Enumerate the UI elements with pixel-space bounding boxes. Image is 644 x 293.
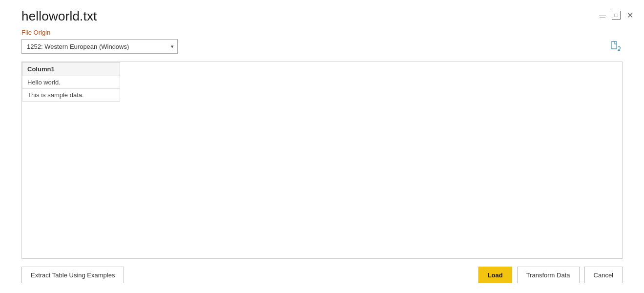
maximize-button[interactable]: □ (612, 11, 621, 20)
file-origin-dropdown[interactable]: 1252: Western European (Windows) 65001: … (21, 39, 178, 54)
footer-right: Load Transform Data Cancel (478, 267, 623, 283)
extract-table-label: Extract Table Using Examples (31, 272, 115, 279)
load-button[interactable]: Load (478, 267, 512, 283)
file-origin-label: File Origin (21, 29, 623, 36)
table-cell: Hello world. (22, 76, 120, 89)
close-icon: ✕ (627, 11, 633, 20)
table-header-row: Column1 (22, 63, 120, 76)
table-cell: This is sample data. (22, 89, 120, 102)
file-refresh-icon (610, 41, 622, 52)
dropdown-row: 1252: Western European (Windows) 65001: … (21, 39, 623, 54)
table-row: Hello world. (22, 76, 120, 89)
minimize-icon: — (599, 11, 606, 19)
transform-data-label: Transform Data (526, 272, 570, 279)
footer: Extract Table Using Examples Load Transf… (0, 267, 644, 293)
cancel-button[interactable]: Cancel (584, 267, 623, 283)
cancel-label: Cancel (594, 272, 613, 279)
column1-header: Column1 (22, 63, 120, 76)
maximize-icon: □ (614, 12, 618, 19)
main-window: helloworld.txt — □ ✕ File Origin 1252: W… (0, 0, 644, 293)
window-title: helloworld.txt (21, 9, 97, 24)
refresh-button[interactable] (609, 40, 623, 53)
content-area: File Origin 1252: Western European (Wind… (0, 29, 644, 267)
table-body: Hello world.This is sample data. (22, 76, 120, 102)
svg-rect-0 (611, 42, 617, 49)
data-table-container: Column1 Hello world.This is sample data. (21, 62, 623, 259)
close-button[interactable]: ✕ (625, 11, 634, 20)
footer-left: Extract Table Using Examples (21, 267, 124, 283)
extract-table-button[interactable]: Extract Table Using Examples (21, 267, 124, 283)
data-table: Column1 Hello world.This is sample data. (22, 62, 120, 102)
file-origin-dropdown-wrapper: 1252: Western European (Windows) 65001: … (21, 39, 178, 54)
load-label: Load (488, 272, 503, 279)
table-row: This is sample data. (22, 89, 120, 102)
transform-data-button[interactable]: Transform Data (517, 267, 580, 283)
minimize-button[interactable]: — (598, 11, 607, 20)
title-bar: helloworld.txt — □ ✕ (0, 0, 644, 29)
window-controls: — □ ✕ (598, 9, 634, 20)
